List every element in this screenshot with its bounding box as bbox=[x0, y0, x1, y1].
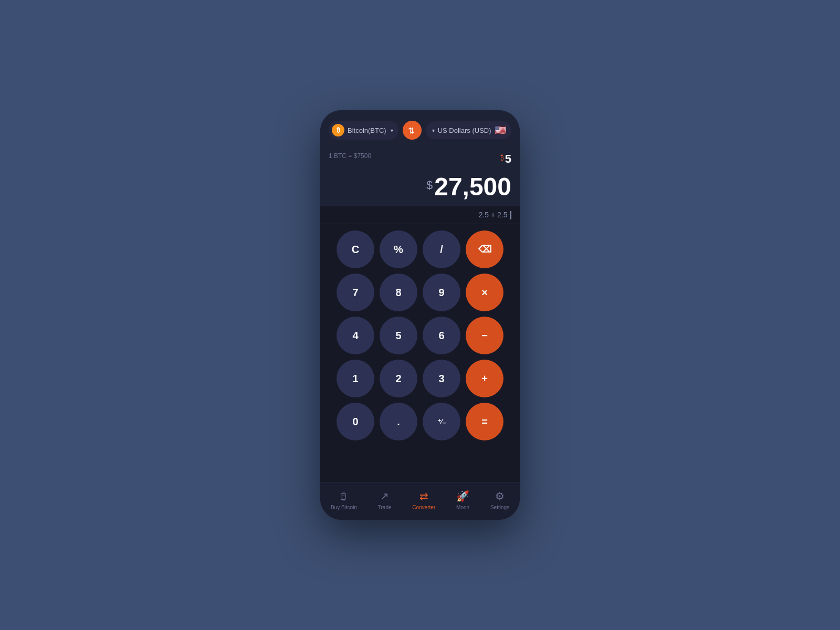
btc-chevron-icon: ▾ bbox=[391, 128, 393, 133]
expression-bar: 2.5 + 2.5 bbox=[320, 206, 520, 224]
nav-trade-label: Trade bbox=[378, 505, 392, 510]
usd-flag-icon: 🇺🇸 bbox=[495, 124, 506, 136]
btc-currency-selector[interactable]: ₿ Bitcoin(BTC) ▾ bbox=[329, 121, 398, 140]
eight-button[interactable]: 8 bbox=[380, 274, 417, 311]
btn-row-1: C % / ⌫ bbox=[329, 230, 511, 268]
calculator: C % / ⌫ 7 8 9 × 4 5 6 − 1 2 3 + bbox=[320, 224, 520, 482]
btc-symbol: ₿ bbox=[500, 153, 504, 162]
nav-moon[interactable]: 🚀 Moon bbox=[452, 488, 474, 512]
nav-converter[interactable]: ⇄ Converter bbox=[408, 488, 439, 512]
header: ₿ Bitcoin(BTC) ▾ ⇄ ▾ US Dollars (USD) 🇺🇸 bbox=[320, 110, 520, 148]
btc-icon: ₿ bbox=[332, 124, 344, 136]
decimal-button[interactable]: . bbox=[380, 403, 417, 440]
swap-icon: ⇄ bbox=[407, 127, 417, 134]
btn-row-4: 1 2 3 + bbox=[329, 360, 511, 397]
subtract-button[interactable]: − bbox=[466, 317, 503, 354]
expression-text: 2.5 + 2.5 bbox=[479, 211, 508, 219]
backspace-icon: ⌫ bbox=[478, 244, 491, 255]
add-button[interactable]: + bbox=[466, 360, 503, 397]
backspace-button[interactable]: ⌫ bbox=[466, 230, 503, 268]
trade-icon: ↗ bbox=[380, 490, 389, 502]
swap-button[interactable]: ⇄ bbox=[403, 121, 422, 140]
currency-selector: ₿ Bitcoin(BTC) ▾ ⇄ ▾ US Dollars (USD) 🇺🇸 bbox=[329, 121, 511, 140]
seven-button[interactable]: 7 bbox=[337, 274, 374, 311]
nav-trade[interactable]: ↗ Trade bbox=[374, 488, 396, 512]
sign-icon: ⁺⁄₋ bbox=[437, 417, 446, 426]
cursor bbox=[510, 211, 511, 219]
display-area: 1 BTC = $7500 ₿ 5 $ 27,500 bbox=[320, 148, 520, 206]
btc-label: Bitcoin(BTC) bbox=[348, 127, 386, 134]
bottom-nav: ₿ Buy Bitcoin ↗ Trade ⇄ Converter 🚀 Moon… bbox=[320, 482, 520, 520]
divide-button[interactable]: / bbox=[423, 230, 460, 268]
rate-info: 1 BTC = $7500 bbox=[329, 152, 511, 160]
clear-button[interactable]: C bbox=[337, 230, 374, 268]
five-button[interactable]: 5 bbox=[380, 317, 417, 354]
nav-moon-label: Moon bbox=[456, 505, 469, 510]
btn-row-2: 7 8 9 × bbox=[329, 274, 511, 311]
nav-converter-label: Converter bbox=[412, 505, 435, 510]
multiply-button[interactable]: × bbox=[466, 274, 503, 311]
buy-bitcoin-icon: ₿ bbox=[341, 490, 346, 502]
four-button[interactable]: 4 bbox=[337, 317, 374, 354]
dollar-symbol: $ bbox=[426, 178, 433, 192]
usd-chevron-icon: ▾ bbox=[432, 128, 435, 133]
usd-value: 27,500 bbox=[434, 174, 511, 200]
usd-label: US Dollars (USD) bbox=[438, 127, 491, 134]
one-button[interactable]: 1 bbox=[337, 360, 374, 397]
usd-amount-display: $ 27,500 bbox=[329, 164, 511, 200]
sign-button[interactable]: ⁺⁄₋ bbox=[423, 403, 460, 440]
nav-settings[interactable]: ⚙ Settings bbox=[486, 488, 513, 512]
btn-row-3: 4 5 6 − bbox=[329, 317, 511, 354]
btc-value: 5 bbox=[505, 152, 511, 166]
settings-icon: ⚙ bbox=[495, 490, 505, 502]
percent-button[interactable]: % bbox=[380, 230, 417, 268]
usd-currency-selector[interactable]: ▾ US Dollars (USD) 🇺🇸 bbox=[426, 121, 511, 139]
six-button[interactable]: 6 bbox=[423, 317, 460, 354]
btc-amount-display: ₿ 5 bbox=[500, 152, 511, 166]
phone-container: ₿ Bitcoin(BTC) ▾ ⇄ ▾ US Dollars (USD) 🇺🇸… bbox=[320, 110, 520, 520]
nav-buy-bitcoin[interactable]: ₿ Buy Bitcoin bbox=[327, 488, 361, 512]
btn-row-5: 0 . ⁺⁄₋ = bbox=[329, 403, 511, 440]
zero-button[interactable]: 0 bbox=[337, 403, 374, 440]
converter-icon: ⇄ bbox=[419, 490, 428, 502]
nav-buy-bitcoin-label: Buy Bitcoin bbox=[331, 505, 357, 510]
two-button[interactable]: 2 bbox=[380, 360, 417, 397]
nav-settings-label: Settings bbox=[490, 505, 509, 510]
nine-button[interactable]: 9 bbox=[423, 274, 460, 311]
three-button[interactable]: 3 bbox=[423, 360, 460, 397]
moon-icon: 🚀 bbox=[456, 490, 469, 502]
equals-button[interactable]: = bbox=[466, 403, 503, 440]
